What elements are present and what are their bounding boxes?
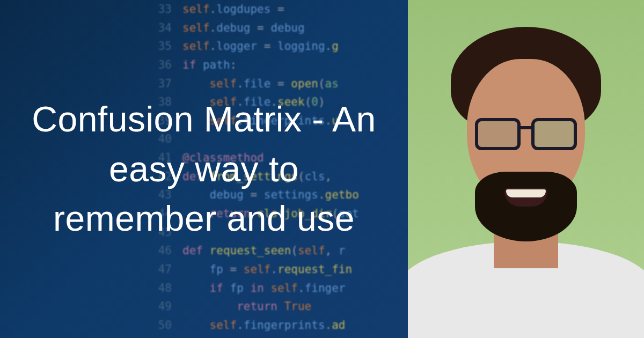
thumbnail-container: 33self.logdupes = 34self.debug = debug 3… — [0, 0, 644, 338]
author-portrait — [408, 0, 644, 338]
title-panel: 33self.logdupes = 34self.debug = debug 3… — [0, 0, 408, 338]
title-overlay: Confusion Matrix - An easy way to rememb… — [0, 0, 408, 338]
portrait-panel — [408, 0, 644, 338]
main-title: Confusion Matrix - An easy way to rememb… — [27, 94, 381, 243]
